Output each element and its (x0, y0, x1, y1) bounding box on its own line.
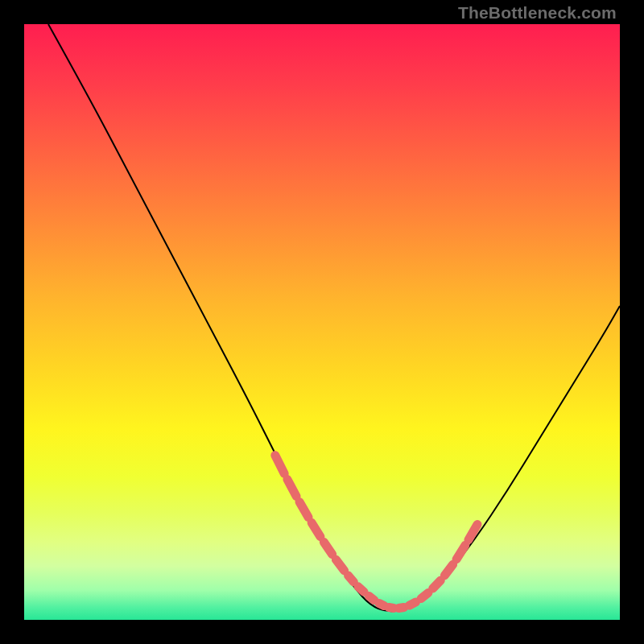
highlight-marker-segment (275, 456, 284, 474)
highlight-marker-segment (349, 576, 354, 582)
curve-layer (24, 24, 620, 620)
highlight-marker-segment (287, 480, 296, 497)
highlight-marker-segment (324, 542, 332, 554)
highlight-marker-segment (299, 502, 308, 518)
highlight-marker-segment (421, 593, 428, 599)
highlight-marker-segment (389, 608, 394, 609)
highlight-marker-segment (433, 580, 441, 588)
watermark-text: TheBottleneck.com (458, 3, 617, 23)
highlight-marker-segment (456, 545, 465, 559)
highlight-marker-segment (379, 604, 384, 606)
highlight-marker-segment (369, 596, 374, 600)
highlight-marker-segment (444, 564, 452, 576)
highlight-marker-segment (398, 608, 404, 609)
highlight-marker-segment (336, 559, 344, 571)
highlight-marker-band (275, 456, 477, 609)
bottleneck-curve (48, 24, 620, 611)
highlight-marker-segment (358, 587, 364, 592)
highlight-marker-segment (410, 602, 416, 605)
highlight-marker-segment (312, 522, 320, 536)
plot-area (24, 24, 620, 620)
chart-frame: TheBottleneck.com (0, 0, 644, 644)
